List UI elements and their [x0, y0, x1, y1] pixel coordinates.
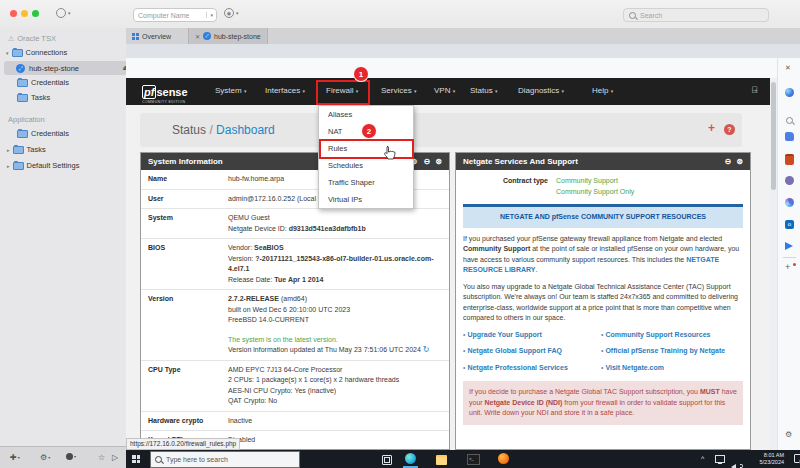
menu-help[interactable]: Help ▾ [592, 86, 613, 95]
menu-item-aliases[interactable]: Aliases [319, 106, 413, 123]
tray-chevron-icon[interactable]: ^ [701, 455, 704, 462]
notification-dot [793, 263, 796, 266]
file-explorer-icon[interactable] [436, 455, 447, 465]
minimize-traffic-light[interactable] [21, 10, 28, 17]
tray-date: 5/23/2024 [742, 459, 784, 466]
contract-type-link2[interactable]: Community Support Only [556, 188, 634, 195]
support-link[interactable]: Community Support Resources [605, 331, 710, 338]
support-link[interactable]: Official pfSense Training by Netgate [605, 347, 725, 354]
menu-services[interactable]: Services ▾ [381, 86, 416, 95]
support-link[interactable]: Upgrade Your Support [467, 331, 541, 338]
session-options-button[interactable]: ◉▾ [224, 8, 239, 18]
sidebar-item-credentials[interactable]: Credentials [17, 78, 69, 87]
support-links: • Upgrade Your Support • Netgate Global … [463, 330, 743, 374]
widget-minimize-icon[interactable]: ⊖ [725, 157, 732, 166]
hand-cursor [384, 146, 396, 164]
sidebar-gear-icon[interactable]: ⚙ [785, 430, 794, 439]
contract-type-link[interactable]: Community Support [556, 177, 618, 184]
computer-name-label: Computer Name [134, 12, 206, 19]
folder-icon [13, 146, 24, 154]
add-widget-icon[interactable]: + [708, 121, 715, 135]
search-icon [629, 12, 636, 19]
menu-system[interactable]: System ▾ [215, 86, 246, 95]
people-icon[interactable] [785, 176, 794, 185]
tab-overview[interactable]: Overview [126, 28, 177, 44]
list-item: • Netgate Professional Services [463, 363, 601, 374]
play-icon[interactable]: ▷ [112, 453, 118, 462]
close-traffic-light[interactable] [10, 10, 17, 17]
netgate-device-id: d9313d541ea3dafbfb1b [289, 225, 366, 232]
annotation-step-1: 1 [354, 67, 368, 81]
support-link[interactable]: Visit Netgate.com [605, 364, 664, 371]
widget-minimize-icon[interactable]: ⊖ [424, 157, 431, 166]
pfsense-logo[interactable]: pfsense COMMUNITY EDITION [142, 82, 188, 104]
sidebar-item-connections[interactable]: ▾ Connections [6, 48, 67, 57]
copilot-icon[interactable] [785, 88, 794, 97]
sidebar-item-connection-selected[interactable]: ⤢ hub-step-stone ⏏ [4, 61, 134, 75]
start-button[interactable] [132, 455, 140, 463]
sidebar-item-app-tasks[interactable]: ▸ Tasks [7, 145, 46, 154]
sidebar-item-app-credentials[interactable]: Credentials [17, 129, 69, 138]
outlook-icon[interactable]: o [785, 220, 794, 229]
menu-item-traffic-shaper[interactable]: Traffic Shaper [319, 174, 413, 191]
drop-icon[interactable] [785, 242, 793, 250]
menubar-search-field[interactable]: Search [623, 8, 769, 22]
menu-vpn[interactable]: VPN ▾ [434, 86, 455, 95]
breadcrumb-page[interactable]: Dashboard [216, 123, 275, 137]
zoom-traffic-light[interactable] [32, 10, 39, 17]
ndi-warning-alert: If you decide to purchase a Netgate Glob… [463, 381, 743, 425]
menu-diagnostics[interactable]: Diagnostics ▾ [518, 86, 564, 95]
list-item: • Community Support Resources [601, 330, 743, 341]
support-paragraph-1: If you purchased your pfSense gateway fi… [463, 234, 743, 276]
sidebar-item-tasks[interactable]: Tasks [17, 93, 50, 102]
add-button[interactable]: ✚▾ [10, 453, 20, 462]
menu-item-virtual-ips[interactable]: Virtual IPs [319, 191, 413, 208]
close-icon[interactable]: ✕ [195, 33, 200, 40]
gear-icon[interactable]: ⚙▾ [40, 453, 50, 462]
favorites-star-icon[interactable]: ☆ [98, 453, 105, 462]
list-item: • Official pfSense Training by Netgate [601, 346, 743, 357]
folder-icon [17, 79, 28, 87]
network-icon[interactable] [715, 455, 725, 463]
support-link[interactable]: Netgate Professional Services [467, 364, 567, 371]
search-icon [155, 456, 162, 463]
table-row: BIOS Vendor: SeaBIOS Version: ?-20171121… [141, 239, 449, 290]
clock[interactable]: 8:01 AM 5/23/2024 [742, 452, 784, 465]
table-row: Hardware crypto Inactive [141, 412, 449, 432]
annotation-box-rules [319, 139, 414, 159]
connection-actions-icon[interactable]: ▾ [66, 453, 76, 460]
logout-icon[interactable]: ⍈ [752, 85, 757, 96]
menu-item-schedules[interactable]: Schedules [319, 157, 413, 174]
breadcrumb-section[interactable]: Status [172, 123, 206, 137]
taskbar-search-box[interactable]: Type here to search [150, 451, 300, 468]
annotation-box-firewall [316, 80, 370, 105]
widget-close-icon[interactable]: ⊗ [736, 157, 743, 166]
help-icon[interactable]: ? [724, 124, 735, 135]
connection-icon: ⤢ [203, 32, 211, 40]
widget-close-icon[interactable]: ⊗ [435, 157, 442, 166]
sidebar-item-default-settings[interactable]: ▸ Default Settings [7, 161, 79, 170]
menu-interfaces[interactable]: Interfaces ▾ [265, 86, 305, 95]
window-menu-icon[interactable]: ▾ [56, 8, 71, 18]
breadcrumb-card: Status / Dashboard + ? [140, 113, 742, 147]
support-paragraph-2: You also may upgrade to a Netgate Global… [463, 282, 743, 324]
support-link[interactable]: Netgate Global Support FAQ [467, 347, 562, 354]
search-placeholder: Search [640, 12, 662, 19]
menu-status[interactable]: Status ▾ [470, 86, 497, 95]
tools-icon[interactable] [785, 154, 794, 165]
command-prompt-icon[interactable]: >_ [467, 454, 480, 465]
computer-name-select[interactable]: Computer Name ▾ [133, 8, 217, 22]
refresh-version-icon[interactable]: ↻ [423, 345, 430, 354]
edge-taskbar-icon[interactable] [405, 453, 416, 464]
table-row: System QEMU Guest Netgate Device ID: d93… [141, 209, 449, 239]
browser-orange-icon[interactable] [498, 453, 509, 464]
task-view-icon[interactable] [382, 455, 392, 465]
sidebar-close-icon[interactable]: ✕ [785, 64, 794, 73]
shopping-tag-icon[interactable] [785, 132, 794, 141]
scrollbar-thumb[interactable] [771, 82, 776, 190]
macos-titlebar: ▾ Computer Name ▾ ◉▾ Search [0, 0, 800, 29]
search-icon[interactable] [785, 111, 794, 120]
tab-connection-active[interactable]: ✕ ⤢ hub-step-stone [188, 28, 268, 44]
application-section-label: Application [8, 115, 45, 124]
game-hub-icon[interactable] [785, 198, 794, 207]
